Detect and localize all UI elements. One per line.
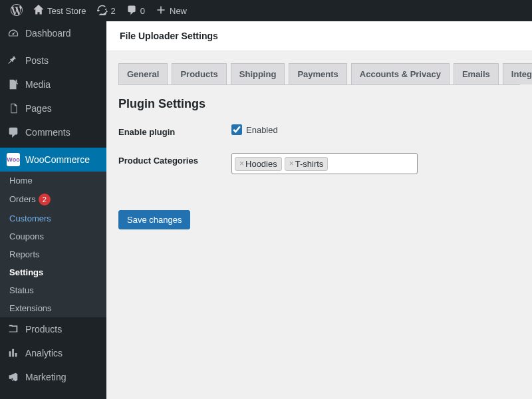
wp-logo[interactable] — [5, 0, 28, 21]
submenu-settings[interactable]: Settings — [0, 263, 106, 281]
tab-emails[interactable]: Emails — [454, 63, 499, 84]
category-chip[interactable]: ×Hoodies — [235, 157, 282, 171]
woocommerce-icon: Woo — [7, 153, 20, 166]
menu-pages[interactable]: Pages — [0, 96, 106, 120]
updates-count: 2 — [111, 6, 116, 16]
woocommerce-submenu: Home Orders2 Customers Coupons Reports S… — [0, 172, 106, 317]
new-label: New — [170, 6, 187, 16]
remove-chip-icon[interactable]: × — [289, 159, 294, 168]
tab-products[interactable]: Products — [172, 63, 226, 84]
menu-dashboard[interactable]: Dashboard — [0, 21, 106, 45]
orders-badge: 2 — [39, 194, 51, 205]
submenu-status[interactable]: Status — [0, 281, 106, 299]
site-home-link[interactable]: Test Store — [28, 0, 92, 21]
submenu-coupons[interactable]: Coupons — [0, 227, 106, 245]
menu-posts[interactable]: Posts — [0, 49, 106, 72]
pin-icon — [7, 54, 20, 67]
tab-general[interactable]: General — [118, 63, 168, 84]
page-title: File Uploader Settings — [120, 31, 218, 41]
label-product-categories: Product Categories — [118, 153, 231, 166]
admin-sidebar: Dashboard Posts Media Pages Comments Woo… — [0, 21, 106, 399]
submenu-reports[interactable]: Reports — [0, 245, 106, 263]
menu-marketing[interactable]: Marketing — [0, 365, 106, 389]
page-header: File Uploader Settings — [106, 21, 532, 51]
tab-accounts-privacy[interactable]: Accounts & Privacy — [351, 63, 450, 84]
marketing-icon — [7, 370, 20, 384]
product-categories-select[interactable]: ×Hoodies×T-shirts — [231, 153, 418, 174]
home-icon — [33, 5, 44, 17]
comments-count: 0 — [140, 6, 145, 16]
chip-label: T-shirts — [295, 159, 324, 169]
admin-toolbar: Test Store 2 0 New — [0, 0, 532, 21]
wordpress-icon — [11, 4, 23, 18]
updates-icon — [97, 5, 108, 17]
comments-icon — [126, 5, 137, 17]
page-icon — [7, 102, 20, 115]
new-content-link[interactable]: New — [150, 0, 192, 21]
submenu-home[interactable]: Home — [0, 172, 106, 190]
submenu-extensions[interactable]: Extensions — [0, 299, 106, 317]
menu-media[interactable]: Media — [0, 72, 106, 96]
checkbox-enable-plugin[interactable] — [231, 124, 242, 135]
tab-shipping[interactable]: Shipping — [231, 63, 285, 84]
submenu-customers[interactable]: Customers — [0, 209, 106, 227]
category-chip[interactable]: ×T-shirts — [285, 157, 329, 171]
products-icon — [7, 323, 20, 336]
comment-icon — [7, 126, 20, 139]
updates-link[interactable]: 2 — [92, 0, 121, 21]
enabled-text: Enabled — [246, 125, 278, 135]
save-changes-button[interactable]: Save changes — [118, 210, 190, 229]
row-enable-plugin: Enable plugin Enabled — [118, 124, 520, 137]
tab-payments[interactable]: Payments — [289, 63, 346, 84]
media-icon — [7, 78, 20, 91]
menu-products[interactable]: Products — [0, 317, 106, 341]
chip-label: Hoodies — [245, 159, 277, 169]
menu-woocommerce[interactable]: Woo WooCommerce — [0, 148, 106, 172]
section-title: Plugin Settings — [118, 97, 520, 111]
analytics-icon — [7, 346, 20, 360]
menu-analytics[interactable]: Analytics — [0, 341, 106, 365]
menu-appearance[interactable]: Appearance — [0, 392, 106, 399]
row-product-categories: Product Categories ×Hoodies×T-shirts — [118, 153, 520, 174]
comments-link[interactable]: 0 — [121, 0, 150, 21]
menu-comments[interactable]: Comments — [0, 120, 106, 144]
tab-integration[interactable]: Integration — [503, 63, 532, 84]
settings-tabs: GeneralProductsShippingPaymentsAccounts … — [118, 63, 520, 85]
submenu-orders[interactable]: Orders2 — [0, 190, 106, 209]
remove-chip-icon[interactable]: × — [239, 159, 244, 168]
label-enable-plugin: Enable plugin — [118, 124, 231, 137]
site-name: Test Store — [47, 6, 86, 16]
dashboard-icon — [7, 27, 20, 40]
content-area: File Uploader Settings GeneralProductsSh… — [106, 21, 532, 399]
plus-icon — [156, 5, 166, 17]
